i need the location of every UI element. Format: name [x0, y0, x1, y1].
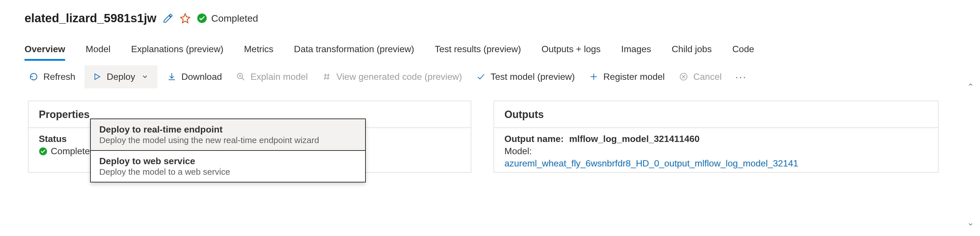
deploy-button[interactable]: Deploy	[84, 65, 158, 88]
tab-explanations[interactable]: Explanations (preview)	[131, 44, 223, 61]
scroll-up-icon[interactable]	[966, 81, 975, 89]
svg-line-10	[328, 74, 329, 79]
favorite-star-icon[interactable]	[180, 13, 191, 24]
hash-icon	[321, 71, 332, 82]
deploy-item-title: Deploy to real-time endpoint	[99, 124, 356, 135]
cancel-icon	[678, 71, 689, 82]
deploy-web-service-item[interactable]: Deploy to web service Deploy the model t…	[91, 151, 365, 182]
deploy-item-desc: Deploy the model using the new real-time…	[99, 135, 356, 145]
tab-code[interactable]: Code	[732, 44, 754, 61]
deploy-realtime-endpoint-item[interactable]: Deploy to real-time endpoint Deploy the …	[91, 119, 365, 151]
status-value: Completed	[51, 146, 95, 157]
tab-data-transformation[interactable]: Data transformation (preview)	[294, 44, 414, 61]
check-circle-icon	[197, 13, 207, 24]
magnify-plus-icon	[235, 71, 246, 82]
tab-bar: Overview Model Explanations (preview) Me…	[0, 25, 980, 61]
refresh-icon	[29, 71, 39, 82]
tab-model[interactable]: Model	[86, 44, 110, 61]
toolbar: Refresh Deploy Download Explain model Vi…	[0, 61, 980, 88]
output-model-label: Model:	[504, 146, 928, 157]
refresh-label: Refresh	[43, 71, 75, 82]
testmodel-label: Test model (preview)	[491, 71, 575, 82]
download-icon	[167, 71, 177, 82]
status-text: Completed	[211, 13, 258, 24]
tab-images[interactable]: Images	[621, 44, 651, 61]
download-button[interactable]: Download	[160, 67, 229, 87]
explain-label: Explain model	[250, 71, 308, 82]
more-button[interactable]: ···	[729, 71, 754, 82]
play-icon	[92, 71, 102, 82]
tab-child-jobs[interactable]: Child jobs	[671, 44, 712, 61]
register-model-button[interactable]: Register model	[582, 67, 671, 87]
output-name-row: Output name: mlflow_log_model_321411460	[504, 134, 928, 144]
scroll-down-icon[interactable]	[966, 220, 975, 229]
explain-model-button: Explain model	[229, 67, 315, 87]
status-value-row: Completed	[39, 146, 95, 157]
edit-icon[interactable]	[162, 13, 173, 24]
vertical-scrollbar[interactable]	[966, 81, 975, 229]
page-title: elated_lizard_5981s1jw	[24, 11, 156, 25]
page-header: elated_lizard_5981s1jw Completed	[0, 0, 980, 25]
refresh-button[interactable]: Refresh	[22, 67, 82, 87]
chevron-down-icon	[140, 71, 150, 82]
cancel-label: Cancel	[693, 71, 722, 82]
outputs-header: Outputs	[494, 101, 938, 128]
download-label: Download	[181, 71, 222, 82]
check-circle-icon	[39, 147, 47, 156]
tab-outputs-logs[interactable]: Outputs + logs	[541, 44, 601, 61]
svg-line-4	[242, 78, 244, 80]
view-code-button: View generated code (preview)	[315, 67, 469, 87]
deploy-item-title: Deploy to web service	[99, 156, 356, 166]
plus-icon	[589, 71, 599, 82]
output-name-value: mlflow_log_model_321411460	[569, 134, 700, 144]
check-icon	[476, 71, 486, 82]
tab-overview[interactable]: Overview	[24, 44, 65, 61]
tab-test-results[interactable]: Test results (preview)	[435, 44, 521, 61]
status-badge: Completed	[197, 13, 258, 24]
deploy-label: Deploy	[107, 71, 135, 82]
outputs-card: Outputs Output name: mlflow_log_model_32…	[493, 101, 939, 173]
viewcode-label: View generated code (preview)	[336, 71, 462, 82]
test-model-button[interactable]: Test model (preview)	[469, 67, 582, 87]
tab-metrics[interactable]: Metrics	[244, 44, 273, 61]
cancel-button: Cancel	[671, 67, 729, 87]
output-model-link[interactable]: azureml_wheat_fly_6wsnbrfdr8_HD_0_output…	[504, 158, 928, 169]
output-name-label: Output name:	[504, 134, 564, 144]
deploy-item-desc: Deploy the model to a web service	[99, 167, 356, 177]
register-label: Register model	[603, 71, 665, 82]
svg-line-9	[325, 74, 326, 79]
deploy-dropdown: Deploy to real-time endpoint Deploy the …	[90, 119, 366, 182]
scroll-track[interactable]	[966, 89, 975, 220]
